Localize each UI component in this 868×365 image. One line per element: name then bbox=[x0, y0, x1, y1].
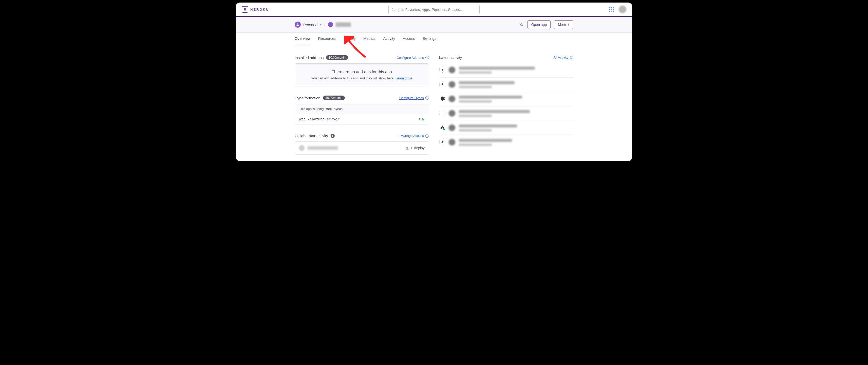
tab-access[interactable]: Access bbox=[403, 33, 415, 45]
activity-row[interactable] bbox=[439, 78, 574, 92]
jump-to-input[interactable] bbox=[389, 5, 479, 14]
heroku-logo-text: HEROKU bbox=[250, 8, 269, 11]
activity-row[interactable] bbox=[439, 63, 574, 78]
pending-hex-icon bbox=[440, 110, 445, 116]
all-activity-label: All Activity bbox=[553, 56, 568, 59]
content: Installed add-ons $0.00/month Configure … bbox=[294, 45, 574, 161]
activity-row[interactable] bbox=[439, 121, 574, 135]
collaborator-row: 1 deploy bbox=[294, 142, 429, 155]
activity-avatar bbox=[449, 139, 455, 146]
updown-icon: ▲▼ bbox=[567, 23, 569, 26]
account-avatar[interactable] bbox=[619, 6, 626, 13]
tab-settings[interactable]: Settings bbox=[423, 33, 436, 45]
dyno-process-type: web bbox=[299, 117, 306, 121]
addons-learn-more-link[interactable]: Learn more bbox=[396, 76, 412, 80]
activity-row[interactable] bbox=[439, 135, 574, 150]
more-button[interactable]: More ▲▼ bbox=[554, 20, 574, 29]
collab-email bbox=[308, 146, 338, 150]
open-app-button[interactable]: Open app bbox=[527, 20, 551, 29]
dyno-process-command: /javtube-server bbox=[308, 117, 340, 121]
deploy-up-icon bbox=[405, 146, 409, 150]
activity-avatar bbox=[449, 81, 455, 88]
activity-row[interactable] bbox=[439, 107, 574, 121]
heroku-logo[interactable]: HEROKU bbox=[242, 6, 269, 13]
person-icon bbox=[294, 22, 301, 28]
deploy-hex-icon bbox=[440, 67, 445, 73]
activity-avatar bbox=[449, 67, 455, 73]
tab-resources[interactable]: Resources bbox=[318, 33, 337, 45]
gear-icon bbox=[440, 96, 445, 102]
configure-dynos-link[interactable]: Configure Dynos › bbox=[399, 96, 429, 100]
app-hex-icon bbox=[328, 22, 333, 27]
addons-empty-sub: You can add add-ons to this app and they… bbox=[311, 76, 396, 80]
tab-metrics[interactable]: Metrics bbox=[363, 33, 375, 45]
info-icon[interactable]: i bbox=[331, 134, 335, 138]
dyno-process-row: web /javtube-server ON bbox=[295, 114, 429, 124]
circle-arrow-icon: › bbox=[425, 134, 429, 138]
breadcrumb-chevron-icon: › bbox=[324, 23, 326, 27]
dynos-title: Dyno formation bbox=[294, 96, 320, 100]
wrench-hex-icon bbox=[440, 139, 445, 145]
team-name: Personal bbox=[303, 23, 318, 27]
updown-icon: ▲▼ bbox=[320, 23, 322, 26]
activity-avatar bbox=[449, 124, 455, 131]
circle-arrow-icon: › bbox=[570, 56, 574, 59]
more-label: More bbox=[558, 23, 566, 27]
manage-access-link[interactable]: Manage Access › bbox=[401, 134, 429, 138]
apps-grid-icon[interactable] bbox=[609, 7, 614, 12]
heroku-logo-icon bbox=[242, 6, 248, 13]
deploy-count: 1 bbox=[411, 146, 413, 150]
addons-title: Installed add-ons bbox=[294, 56, 323, 60]
app-tabs: Overview Resources Deploy Metrics Activi… bbox=[236, 33, 632, 45]
configure-addons-link[interactable]: Configure Add-ons › bbox=[397, 56, 429, 60]
addons-empty-panel: There are no add-ons for this app You ca… bbox=[294, 63, 429, 86]
circle-arrow-icon: › bbox=[425, 56, 429, 59]
topbar: HEROKU bbox=[236, 3, 632, 17]
collab-title: Collaborator activity bbox=[294, 133, 328, 138]
dyno-free-row: This app is using free dynos bbox=[295, 104, 429, 114]
activity-title: Latest activity bbox=[439, 55, 462, 60]
dyno-box: This app is using free dynos web /javtub… bbox=[294, 104, 429, 124]
deploy-count-label: deploy bbox=[414, 146, 425, 150]
wrench-hex-icon bbox=[440, 81, 445, 87]
tab-overview[interactable]: Overview bbox=[294, 33, 311, 45]
activity-avatar bbox=[449, 110, 455, 117]
favorite-star-icon[interactable] bbox=[519, 22, 524, 27]
activity-row[interactable] bbox=[439, 92, 574, 107]
team-selector[interactable]: Personal ▲▼ bbox=[303, 23, 322, 27]
circle-arrow-icon: › bbox=[425, 96, 429, 100]
tab-activity[interactable]: Activity bbox=[383, 33, 395, 45]
addons-empty-title: There are no add-ons for this app bbox=[300, 70, 424, 74]
all-activity-link[interactable]: All Activity › bbox=[553, 56, 574, 59]
build-success-icon bbox=[440, 124, 445, 130]
dynos-price-pill: $0.00/month bbox=[323, 96, 345, 100]
collab-avatar bbox=[299, 145, 305, 151]
configure-addons-label: Configure Add-ons bbox=[397, 56, 424, 60]
configure-dynos-label: Configure Dynos bbox=[399, 96, 424, 100]
addons-price-pill: $0.00/month bbox=[326, 55, 348, 60]
manage-access-label: Manage Access bbox=[401, 134, 424, 138]
dyno-status: ON bbox=[419, 117, 425, 121]
app-name[interactable] bbox=[336, 22, 351, 27]
subheader: Personal ▲▼ › Open app More ▲▼ bbox=[236, 17, 632, 33]
tab-deploy[interactable]: Deploy bbox=[344, 33, 356, 45]
activity-avatar bbox=[449, 96, 455, 102]
open-app-label: Open app bbox=[531, 23, 547, 27]
